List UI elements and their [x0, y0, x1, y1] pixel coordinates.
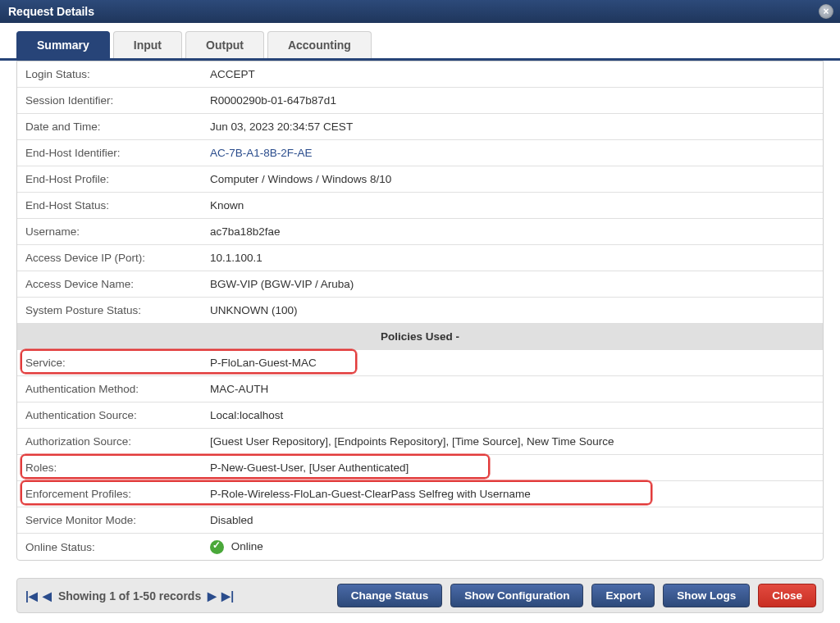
row-username: Username: ac7ba18b2fae [17, 219, 823, 245]
row-roles: Roles: P-New-Guest-User, [User Authentic… [17, 455, 823, 481]
last-page-icon[interactable]: ▶| [220, 589, 235, 603]
policies-header: Policies Used - [17, 324, 823, 350]
row-auth-source: Authentication Source: Local:localhost [17, 402, 823, 429]
prev-page-icon[interactable]: ◀ [41, 589, 53, 603]
close-icon[interactable]: × [819, 4, 833, 19]
change-status-button[interactable]: Change Status [337, 584, 443, 607]
content-area: Login Status: ACCEPT Session Identifier:… [0, 61, 840, 561]
label: Date and Time: [17, 116, 202, 138]
row-session-id: Session Identifier: R0000290b-01-647b87d… [17, 88, 823, 114]
value: Disabled [202, 509, 823, 531]
tab-accounting[interactable]: Accounting [267, 31, 372, 58]
value: MAC-AUTH [202, 378, 823, 400]
value: ac7ba18b2fae [202, 221, 823, 243]
request-details-window: Request Details × Summary Input Output A… [0, 0, 840, 623]
value: 10.1.100.1 [202, 247, 823, 269]
tab-bar: Summary Input Output Accounting [0, 23, 840, 61]
pager-text: Showing 1 of 1-50 records [58, 589, 201, 603]
value: BGW-VIP (BGW-VIP / Aruba) [202, 273, 823, 295]
label: Authentication Source: [17, 404, 202, 426]
label: Access Device IP (Port): [17, 247, 202, 269]
online-text: Online [231, 540, 263, 553]
value: Computer / Windows / Windows 8/10 [202, 168, 823, 190]
label: Session Identifier: [17, 89, 202, 111]
label: Roles: [17, 457, 202, 479]
row-access-name: Access Device Name: BGW-VIP (BGW-VIP / A… [17, 271, 823, 298]
row-online-status: Online Status: Online [17, 534, 823, 560]
value: P-New-Guest-User, [User Authenticated] [202, 457, 823, 479]
label: Access Device Name: [17, 273, 202, 295]
row-date-time: Date and Time: Jun 03, 2023 20:34:57 CES… [17, 114, 823, 140]
row-login-status: Login Status: ACCEPT [17, 61, 823, 88]
row-end-host-status: End-Host Status: Known [17, 193, 823, 219]
summary-grid: Login Status: ACCEPT Session Identifier:… [16, 61, 824, 561]
tab-output[interactable]: Output [185, 31, 264, 58]
row-end-host-profile: End-Host Profile: Computer / Windows / W… [17, 166, 823, 193]
value: UNKNOWN (100) [202, 299, 823, 321]
show-logs-button[interactable]: Show Logs [663, 584, 750, 607]
row-authz-source: Authorization Source: [Guest User Reposi… [17, 429, 823, 455]
row-svc-monitor: Service Monitor Mode: Disabled [17, 507, 823, 534]
policies-header-text: Policies Used - [17, 330, 823, 343]
next-page-icon[interactable]: ▶ [206, 589, 218, 603]
row-access-ip: Access Device IP (Port): 10.1.100.1 [17, 245, 823, 271]
value: Online [202, 535, 823, 559]
label: Enforcement Profiles: [17, 483, 202, 505]
footer-bar: |◀ ◀ Showing 1 of 1-50 records ▶ ▶| Chan… [16, 578, 824, 613]
label: Authorization Source: [17, 430, 202, 452]
row-auth-method: Authentication Method: MAC-AUTH [17, 376, 823, 402]
label: Authentication Method: [17, 378, 202, 400]
label: Online Status: [17, 536, 202, 558]
row-end-host-id: End-Host Identifier: AC-7B-A1-8B-2F-AE [17, 140, 823, 166]
value: [Guest User Repository], [Endpoints Repo… [202, 430, 823, 452]
value: ACCEPT [202, 63, 823, 85]
close-button[interactable]: Close [758, 584, 816, 607]
tab-input[interactable]: Input [113, 31, 182, 58]
label: Username: [17, 221, 202, 243]
value: Known [202, 194, 823, 216]
pager: |◀ ◀ Showing 1 of 1-50 records ▶ ▶| [24, 589, 235, 603]
label: End-Host Profile: [17, 168, 202, 190]
first-page-icon[interactable]: |◀ [24, 589, 39, 603]
label: System Posture Status: [17, 299, 202, 321]
value: Jun 03, 2023 20:34:57 CEST [202, 116, 823, 138]
value: P-FloLan-Guest-MAC [202, 352, 823, 374]
label: Service: [17, 352, 202, 374]
value: P-Role-Wireless-FloLan-Guest-ClearPass S… [202, 483, 823, 505]
value: Local:localhost [202, 404, 823, 426]
row-enforcement-profiles: Enforcement Profiles: P-Role-Wireless-Fl… [17, 481, 823, 507]
value-link[interactable]: AC-7B-A1-8B-2F-AE [202, 142, 823, 164]
window-title: Request Details [8, 5, 94, 18]
label: Login Status: [17, 63, 202, 85]
title-bar: Request Details × [0, 0, 840, 23]
label: End-Host Identifier: [17, 142, 202, 164]
label: End-Host Status: [17, 194, 202, 216]
label: Service Monitor Mode: [17, 509, 202, 531]
row-service: Service: P-FloLan-Guest-MAC [17, 350, 823, 376]
online-check-icon [210, 540, 224, 554]
row-posture: System Posture Status: UNKNOWN (100) [17, 298, 823, 324]
value: R0000290b-01-647b87d1 [202, 89, 823, 111]
show-configuration-button[interactable]: Show Configuration [450, 584, 583, 607]
export-button[interactable]: Export [591, 584, 655, 607]
tab-summary[interactable]: Summary [16, 31, 110, 58]
